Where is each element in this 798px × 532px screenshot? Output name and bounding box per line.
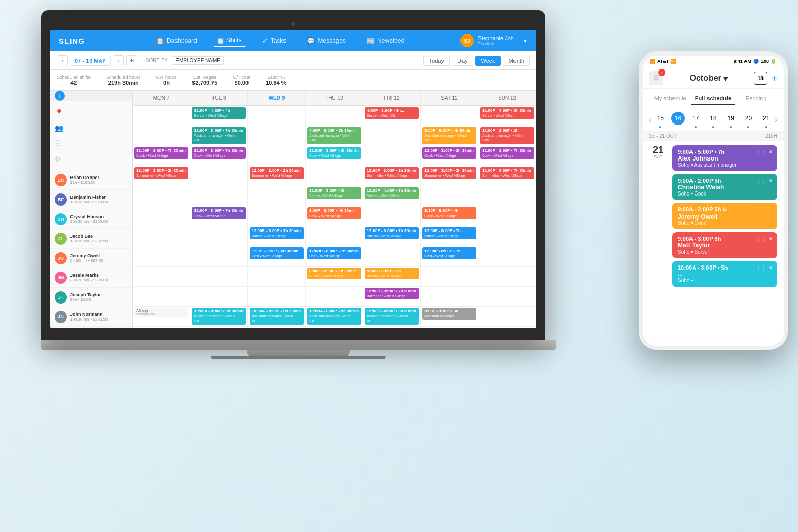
phone-shift-item[interactable]: 9:00A - 5:00P • 7h Alex Johnson Soho • A… (672, 145, 777, 171)
prev-week-button[interactable]: ‹ (649, 115, 651, 125)
add-shift-button[interactable]: + (55, 91, 65, 101)
shift-block[interactable]: 12:00P - 4:00P • 3h 30minAssistant manag… (365, 308, 419, 325)
sort-select[interactable]: EMPLOYEE NAME (172, 56, 224, 65)
shift-block[interactable]: 12:00P - 4:30P • 4hServer • West Village (192, 107, 246, 119)
grid-cell (421, 186, 478, 206)
week-day[interactable]: 15 (653, 112, 667, 128)
week-hours: 210H (765, 133, 777, 139)
shift-block[interactable]: 12:00P - 8:00P • 7h 30minBartender • Wes… (365, 288, 419, 299)
shift-block[interactable]: 12:00P - 8:00P • 7h 30minBarista • West … (250, 227, 304, 239)
messages-icon: 💬 (307, 37, 315, 45)
grid-toggle[interactable]: ⊞ (126, 55, 137, 66)
shift-block[interactable]: 4:00P - 8:00P • 3h...Server • West Vill.… (365, 107, 419, 119)
tab-pending[interactable]: Pending (735, 92, 777, 105)
day-header: WED 9 (248, 91, 306, 105)
grid-cell (133, 206, 190, 226)
week-day[interactable]: 18 (706, 112, 720, 128)
action-icon[interactable]: ⋮⋮ (756, 236, 766, 241)
emp-name: Joseph Taylor (70, 292, 128, 297)
day-name: SAT (654, 154, 663, 159)
shift-block[interactable]: 6:00P - 8:00P • 1h 30minBusser • West Vi… (307, 268, 361, 279)
action-icon[interactable]: ⋮⋮ (756, 264, 766, 270)
calendar-icon[interactable]: 18 (754, 72, 767, 85)
month-button[interactable]: Month (503, 56, 530, 66)
shift-block[interactable]: 12:00P - 3:00P • 2h 30minCook • West Vil… (422, 147, 476, 159)
week-day[interactable]: 16 (671, 112, 685, 128)
grid-cell (306, 106, 363, 126)
shift-block[interactable]: 12:00P - 8:00P • 7h 30minAssistant manag… (192, 127, 246, 144)
week-button[interactable]: Week (475, 56, 501, 66)
grid-row: 12:00P - 8:00P • 7h 30minAssistant manag… (133, 126, 536, 146)
grid-cell: 12:00P - 3:00P • 2h 30minCook • West Vil… (421, 146, 478, 166)
shift-block[interactable]: 12:00P - 3:00P • 2h 30minSommelier • Wes… (422, 167, 476, 179)
day-button[interactable]: Day (452, 56, 473, 66)
shift-block[interactable]: 12:00P - 8:00P • 7h 30minCook • West Vil… (134, 147, 188, 159)
week-day[interactable]: 17 (689, 112, 702, 128)
shift-block[interactable]: 12:00P - 8:00P • 7h 30minSommelier • Wes… (480, 167, 534, 179)
next-button[interactable]: › (113, 55, 124, 66)
nav-shifts[interactable]: ▦ Shifts (214, 34, 246, 47)
shift-block[interactable]: 12:00P - 8:00P • 7h 30minCook • West Vil… (192, 147, 246, 159)
shift-block[interactable]: 12:00P - 8:00P • 7h 30minHost • West Vil… (307, 247, 361, 259)
grid-cell (133, 287, 190, 306)
shift-block[interactable]: 12:00P - 3:30P • 3hServer • West Village (307, 187, 361, 199)
shift-block[interactable]: 12:00P - 3:00P • 2h 30minSommelier • Wes… (250, 167, 304, 179)
tab-my-schedule[interactable]: My schedule (649, 92, 691, 105)
shift-block[interactable]: 12:00P - 8:00P • 7h 30minBarista • West … (365, 227, 419, 239)
nav-dashboard[interactable]: 📋 Dashboard (152, 35, 201, 47)
shift-block[interactable]: 12:00P - 3:00P • 2h 30minSommelier • Wes… (134, 167, 188, 179)
nav-tasks[interactable]: ✓ Tasks (258, 35, 291, 47)
shift-block[interactable]: 1:30P - 6:30P • 4h 30minHost • West Vill… (250, 247, 304, 259)
action-icon[interactable]: ⋮⋮ (756, 206, 766, 212)
action-icon[interactable]: ⋮⋮ (756, 149, 766, 154)
shift-block[interactable]: 10:00A - 8:00P • 9h 30minAssistant manag… (192, 308, 246, 325)
shift-block[interactable]: 10:00A - 8:00P • 9h 30minAssistant manag… (250, 308, 304, 325)
shift-block[interactable]: 12:00P - 8:00P • 7h 30minCook • West Vil… (192, 207, 246, 219)
action-icon2[interactable]: ≡ (769, 236, 772, 241)
location-icon[interactable]: 📍 (55, 109, 63, 117)
prev-button[interactable]: ‹ (57, 55, 68, 66)
shift-block[interactable]: 12:00P - 8:00P • 7h...Host • West Villag… (422, 247, 476, 259)
shift-block[interactable]: 12:00P - 2:00P • 2hAssistant manager • W… (480, 127, 534, 144)
shift-block[interactable]: 3:00P - 8:00P • 4h 30minAssistant manage… (422, 127, 476, 144)
shift-block[interactable]: 12:00P - 8:00P • 7h 30minCook • West Vil… (480, 147, 534, 159)
shift-block[interactable]: 10:00A - 8:00P • 9h 30minAssistant manag… (307, 308, 361, 325)
grid-cell: 12:00P - 4:00P • 3h 30minAssistant manag… (363, 307, 421, 326)
week-day[interactable]: 20 (741, 112, 755, 128)
nav-messages[interactable]: 💬 Messages (303, 35, 350, 47)
shift-block[interactable]: 3:00P - 3:00P • 3h...Assistant manager (422, 308, 476, 320)
week-day[interactable]: 19 (724, 112, 737, 128)
action-icon2[interactable]: ≡ (769, 264, 772, 270)
next-week-button[interactable]: › (775, 115, 777, 125)
filter-button[interactable]: ☰ 1 (649, 71, 663, 85)
tab-full-schedule[interactable]: Full schedule (691, 92, 734, 105)
add-button[interactable]: + (771, 73, 777, 84)
nav-newsfeed[interactable]: 📰 Newsfeed (362, 35, 409, 47)
action-icon2[interactable]: ≡ (769, 149, 772, 154)
action-icon2[interactable]: ≡ (769, 178, 772, 183)
shift-block[interactable]: 3:00P - 8:00P • 4h 30minCook • West Vill… (307, 207, 361, 219)
week-day[interactable]: 21 (759, 112, 773, 128)
month-title[interactable]: October ▾ (667, 74, 750, 83)
shift-block[interactable]: 3:30P - 8:00P • 4hCook • West Village (422, 207, 476, 219)
phone-shift-item[interactable]: 9:00A - 3:00P 6h Matt Taylor Soho • Serv… (672, 232, 777, 258)
today-button[interactable]: Today (423, 56, 450, 66)
shift-block[interactable]: 12:00P - 8:00P • 7h...Barista • West Vil… (422, 227, 476, 239)
week-day-dot (747, 126, 749, 128)
shift-block[interactable]: 12:00P - 3:00P • 2h 30minCook • West Vil… (307, 147, 361, 159)
shift-block[interactable]: 12:00P - 4:00P • 3h 30minServer • West V… (480, 107, 534, 119)
phone-shift-item[interactable]: 9:00A - 2:00P 5h ⊙ Jeremy Owell Soho • C… (672, 203, 777, 229)
action-icon2[interactable]: ≡ (769, 206, 772, 212)
shift-block[interactable]: 4:00P - 8:00P • 3h 30minAssistant manage… (307, 127, 361, 144)
shift-block[interactable]: 5:30P - 8:00P • 2hBusser • West Village (365, 268, 419, 279)
list-icon[interactable]: ☰ (55, 139, 61, 148)
grid-cell (248, 126, 306, 146)
shift-block[interactable]: 12:00P - 4:00P • 3h 30minServer • West V… (365, 187, 419, 199)
settings-icon[interactable]: ⚙ (55, 155, 61, 163)
shift-block[interactable]: 12:00P - 3:00P • 2h 30minSommelier • Wes… (365, 167, 419, 179)
phone-shift-item[interactable]: 9:00A - 2:00P 5h Christina Walsh Soho • … (672, 174, 777, 200)
grid-cell (421, 287, 478, 306)
people-icon[interactable]: 👥 (55, 124, 63, 132)
action-icon[interactable]: ⋮⋮ (756, 178, 766, 183)
phone-shift-item[interactable]: 10:00A - 3:00P • 5h ... Soho • ... ⋮⋮ ≡ (672, 261, 777, 287)
